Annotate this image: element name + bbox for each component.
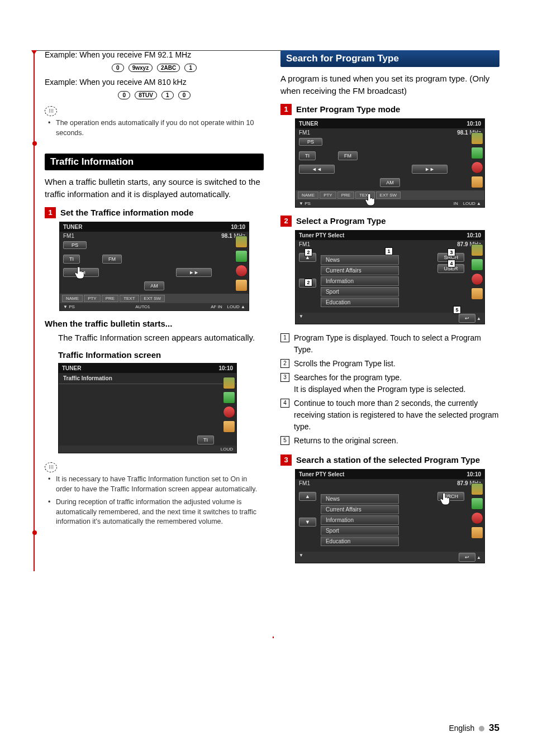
am-button[interactable]: AM	[144, 281, 164, 290]
clock: 10:10	[231, 224, 245, 230]
fm-button[interactable]: FM	[338, 151, 358, 160]
tab[interactable]: PTY	[84, 295, 101, 302]
tab[interactable]: EXT SW	[376, 192, 401, 199]
tab[interactable]: EXT SW	[140, 295, 165, 302]
screenshot-enter-pty: TUNER 10:10 FM1 98.1 MHz PS TI FM ◄◄ ►► …	[295, 118, 485, 208]
side-icon[interactable]	[223, 420, 235, 433]
freq: 87.9	[457, 241, 468, 247]
tab[interactable]: PRE	[337, 192, 354, 199]
side-icon[interactable]	[223, 377, 235, 389]
ps-label[interactable]: PS	[299, 138, 322, 146]
key: 0	[178, 91, 191, 99]
return-button[interactable]: ↩	[459, 553, 475, 562]
callout-text: Searches for the program type. It is dis…	[294, 372, 465, 395]
note-icon: ⁝⁝⁝	[45, 462, 57, 472]
step-r3: 3 Search a station of the selected Progr…	[280, 454, 499, 466]
pty-item[interactable]: News	[321, 494, 399, 504]
pty-item[interactable]: News	[321, 255, 399, 265]
callout-5: 5	[453, 306, 461, 314]
callout-box: 2	[280, 359, 289, 368]
side-icon[interactable]	[471, 176, 483, 188]
step-r3-title: Search a station of the selected Program…	[296, 455, 499, 465]
side-icon[interactable]	[471, 483, 483, 495]
pty-item[interactable]: Current Affairs	[321, 266, 399, 275]
note-item: The operation ends automatically if you …	[50, 118, 264, 138]
step-r1-title: Enter Program Type mode	[296, 104, 499, 114]
pty-item[interactable]: Sport	[321, 287, 399, 296]
callout-4: 4	[448, 260, 455, 267]
pty-item[interactable]: Education	[321, 298, 399, 307]
step-number: 3	[280, 454, 292, 466]
right-column: Search for Program Type A program is tun…	[280, 50, 499, 571]
band: FM1	[299, 480, 310, 486]
red-vertical-rule	[273, 637, 274, 638]
footer-lang: English	[449, 724, 474, 733]
side-icon[interactable]	[471, 147, 483, 159]
pty-item[interactable]: Information	[321, 515, 399, 525]
freq: 98.1	[457, 130, 468, 136]
page-content: Example: When you receive FM 92.1 MHz 0 …	[0, 0, 533, 594]
tabbar: NAME PTY PRE TEXT EXT SW	[60, 294, 249, 303]
ti-button[interactable]: TI	[197, 436, 214, 444]
ti-button[interactable]: TI	[63, 255, 80, 264]
prev-button[interactable]: ◄◄	[299, 165, 335, 174]
scroll-down-button[interactable]: ▼	[299, 518, 316, 527]
side-icons	[235, 236, 248, 291]
side-icon[interactable]	[235, 279, 248, 291]
pty-item[interactable]: Sport	[321, 526, 399, 535]
ps-label[interactable]: PS	[63, 241, 87, 249]
side-icon[interactable]	[471, 288, 483, 300]
side-icon[interactable]	[235, 250, 248, 262]
next-button[interactable]: ►►	[412, 165, 448, 174]
scroll-up-button[interactable]: ▲	[299, 492, 316, 501]
step-number: 1	[280, 104, 292, 115]
traffic-info-header: Traffic Information	[45, 154, 264, 170]
step-r1: 1 Enter Program Type mode	[280, 104, 499, 115]
pty-item[interactable]: Information	[321, 276, 399, 286]
callout-text: Scrolls the Program Type list.	[294, 358, 396, 370]
am-button[interactable]: AM	[380, 178, 400, 187]
pty-item[interactable]: Education	[321, 537, 399, 546]
tab[interactable]: PRE	[102, 295, 118, 302]
example-am: Example: When you receive AM 810 kHz 0 8…	[45, 78, 264, 99]
tab[interactable]: PTY	[320, 192, 336, 199]
ti-button[interactable]: TI	[299, 151, 316, 160]
ti-label: Traffic Information	[59, 373, 236, 384]
return-button[interactable]: ↩	[459, 314, 475, 323]
side-icon[interactable]	[471, 527, 483, 539]
screen-title: TUNER	[299, 121, 318, 127]
side-icon[interactable]	[235, 236, 248, 248]
side-icon[interactable]	[471, 161, 483, 174]
side-icon[interactable]	[471, 273, 483, 285]
side-icon[interactable]	[235, 265, 248, 277]
band: FM1	[63, 233, 74, 239]
screenshot-tuner-ti: TUNER 10:10 FM1 98.1 MHz PS TI FM ◄◄ ►► …	[59, 222, 249, 311]
note-list-1: The operation ends automatically if you …	[45, 118, 264, 138]
side-icon[interactable]	[471, 132, 483, 145]
side-icon[interactable]	[471, 244, 483, 256]
side-icon[interactable]	[223, 391, 235, 404]
tab[interactable]: NAME	[298, 192, 318, 199]
example-fm-keys: 0 9wxyz 2ABC 1	[45, 63, 264, 72]
screen-title: Tuner PTY Select	[299, 232, 344, 238]
side-icon[interactable]	[471, 259, 483, 271]
callout-box: 3	[280, 373, 289, 382]
clock: 10:10	[467, 232, 481, 238]
key: 0	[118, 91, 130, 99]
clock: 10:10	[467, 121, 481, 127]
freq: 98.1	[221, 233, 232, 239]
side-icon[interactable]	[471, 497, 483, 510]
next-button[interactable]: ►►	[176, 268, 212, 277]
red-dot	[32, 530, 37, 535]
callout-3: 3	[448, 248, 455, 256]
key: 0	[112, 64, 124, 72]
step-r2: 2 Select a Program Type	[280, 216, 499, 227]
fm-button[interactable]: FM	[102, 255, 122, 264]
side-icon[interactable]	[223, 406, 235, 418]
tab[interactable]: NAME	[62, 295, 83, 302]
side-icon[interactable]	[471, 512, 483, 524]
note-item: During reception of traffic information …	[50, 497, 264, 527]
tab[interactable]: TEXT	[120, 295, 139, 302]
pty-item[interactable]: Current Affairs	[321, 505, 399, 514]
step-1-title: Set the Traffice information mode	[60, 208, 264, 217]
